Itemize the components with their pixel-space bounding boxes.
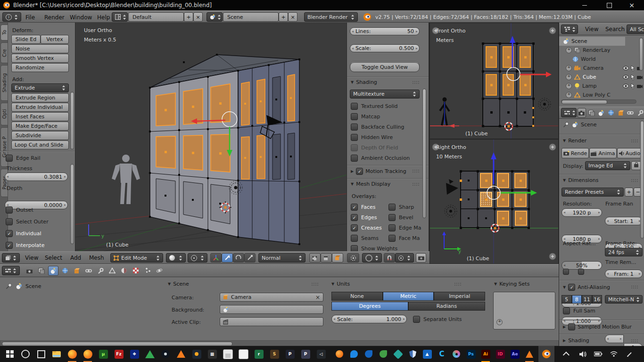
aa-samples-8[interactable]: 8 xyxy=(572,295,582,304)
lines-slider[interactable]: Lines:50 xyxy=(350,27,420,35)
lamp-selectability-cursor-icon[interactable] xyxy=(631,83,635,89)
render-still-button[interactable]: Rende xyxy=(561,148,589,158)
viewport-menu-mesh[interactable]: Mesh xyxy=(89,255,104,261)
shading-panel-header-props[interactable]: ▶Shading xyxy=(563,337,589,344)
camera-visibility-eye-icon[interactable] xyxy=(623,66,629,70)
right-ortho-viewport[interactable]: y Right Ortho 10 Meters (1) Cube xyxy=(429,139,559,264)
close-button[interactable]: × xyxy=(621,0,642,10)
resolution-x-slider[interactable]: 1920 p xyxy=(561,208,602,217)
battery-icon[interactable] xyxy=(592,348,604,360)
expand-cube[interactable] xyxy=(566,74,572,80)
app-orange-ball-icon[interactable] xyxy=(334,348,345,360)
scene-name-field[interactable]: Scene xyxy=(223,12,279,22)
menu-render[interactable]: Render xyxy=(44,14,65,21)
proportional-edit-dropdown[interactable] xyxy=(362,253,382,263)
scene-panel-header[interactable]: ▼Scene xyxy=(168,281,189,287)
menu-window[interactable]: Window xyxy=(70,14,92,21)
viewport-shading-dropdown[interactable] xyxy=(166,253,186,263)
preset-add-button[interactable]: + xyxy=(625,188,633,197)
btab-scene-active[interactable] xyxy=(48,266,58,276)
tab-modifiers[interactable] xyxy=(636,108,644,118)
start-button[interactable] xyxy=(4,348,16,360)
app-dark-icon[interactable]: ◁ xyxy=(315,348,327,360)
outset-checkbox[interactable] xyxy=(6,206,13,214)
layout-add-button[interactable]: + xyxy=(184,12,193,22)
lamp-renderability-icon[interactable] xyxy=(637,84,643,89)
bottom-hscroll-thumb[interactable] xyxy=(2,342,232,346)
outliner-filter-dropdown[interactable]: All Sc xyxy=(627,25,644,34)
faces-checkbox[interactable] xyxy=(351,204,358,211)
scene-close-button[interactable]: × xyxy=(288,12,297,22)
bevel-overlay-row[interactable]: Bevel xyxy=(388,214,413,221)
illustrator-icon[interactable]: Ai xyxy=(480,348,491,360)
pin-icon[interactable] xyxy=(563,122,569,128)
translate-manipulator-button[interactable] xyxy=(222,253,233,263)
units-imperial-button[interactable]: Imperial xyxy=(434,292,485,301)
outliner-row-scene[interactable]: Scene xyxy=(559,37,625,46)
pivot-point-dropdown[interactable] xyxy=(188,253,207,263)
vlc-icon-left[interactable] xyxy=(175,348,187,360)
camera-field-clear-icon[interactable]: × xyxy=(315,294,320,301)
sharp-checkbox[interactable] xyxy=(388,204,396,211)
operator-panel-scrollbar[interactable] xyxy=(70,164,74,244)
maximize-button[interactable] xyxy=(599,0,619,10)
mesh-display-header[interactable]: ▼Mesh Display xyxy=(351,181,390,187)
outliner-row-cube[interactable]: Cube xyxy=(566,73,643,82)
firefox-icon-2[interactable] xyxy=(82,348,94,360)
aa-samples-5[interactable]: 5 xyxy=(561,295,572,304)
time-remap-old-slider[interactable] xyxy=(605,335,624,343)
units-degrees-button[interactable]: Degrees xyxy=(331,302,408,311)
aa-samples-11[interactable]: 11 xyxy=(582,295,592,304)
aftereffects-icon[interactable]: Ae xyxy=(509,348,520,360)
steam-icon[interactable] xyxy=(159,348,172,360)
edge-rail-checkbox[interactable] xyxy=(6,155,13,162)
units-none-button[interactable]: None xyxy=(331,292,383,301)
tab-render-layers[interactable] xyxy=(587,108,596,118)
layout-close-button[interactable]: × xyxy=(193,12,203,22)
volume-icon[interactable] xyxy=(577,348,589,360)
anti-aliasing-checkbox[interactable] xyxy=(568,284,575,291)
extrude-region-button[interactable]: Extrude Region xyxy=(11,93,69,102)
defender-shield-icon[interactable] xyxy=(407,348,418,360)
btab-particles[interactable] xyxy=(142,266,153,276)
tab-render[interactable] xyxy=(578,108,586,118)
loop-cut-button[interactable]: Loop Cut and Slide xyxy=(11,140,69,149)
scene-selector-icon-button[interactable] xyxy=(206,12,223,22)
task-view-button[interactable] xyxy=(35,348,47,360)
textured-solid-checkbox[interactable] xyxy=(351,103,358,110)
bottom-pin-icon[interactable] xyxy=(6,283,12,289)
menu-file[interactable]: File xyxy=(25,14,35,21)
outliner-menu-view[interactable]: View xyxy=(585,26,598,33)
tab-options[interactable]: Opti xyxy=(0,103,8,125)
hidden-wire-row[interactable]: Hidden Wire xyxy=(351,134,393,141)
file-explorer-icon[interactable] xyxy=(50,348,63,360)
render-panel-header[interactable]: ▼Render xyxy=(563,138,586,144)
google-drive-icon[interactable] xyxy=(144,348,156,360)
face-select-button[interactable] xyxy=(332,253,343,263)
expand-renderlayers[interactable] xyxy=(566,47,572,53)
edges-checkbox[interactable] xyxy=(351,214,358,221)
sharp-overlay-row[interactable]: Sharp xyxy=(388,204,414,211)
calculator-icon[interactable]: ▦ xyxy=(206,348,218,360)
extrude-individual-button[interactable]: Extrude Individual xyxy=(11,103,69,112)
tab-tools[interactable]: To xyxy=(0,25,8,41)
cube-selectability-cursor-icon[interactable] xyxy=(631,74,635,80)
backface-culling-checkbox[interactable] xyxy=(351,123,358,131)
units-panel-header[interactable]: ▼Units xyxy=(331,281,350,287)
thickness-slider[interactable]: 0.3081 xyxy=(5,173,68,181)
edge-marks-overlay-row[interactable]: Edge Ma xyxy=(388,224,421,231)
tab-object[interactable] xyxy=(616,108,625,118)
frame-rate-dropdown[interactable]: 24 fps xyxy=(605,248,643,256)
vertex-slide-button[interactable]: Vertex xyxy=(41,35,69,44)
firefox-icon-1[interactable] xyxy=(66,348,78,360)
separate-units-checkbox[interactable] xyxy=(413,316,420,323)
right-lamp-object[interactable] xyxy=(445,205,457,217)
slide-edge-button[interactable]: Slide Ed xyxy=(11,35,41,44)
pen-icon[interactable] xyxy=(623,348,636,360)
occlude-geometry-button[interactable] xyxy=(347,253,359,263)
btab-render[interactable] xyxy=(25,266,35,276)
manipulator-axis-button[interactable] xyxy=(210,253,222,263)
outliner-row-renderlayers[interactable]: RenderLay xyxy=(566,46,641,55)
keying-set-add-icon[interactable] xyxy=(496,319,503,325)
aa-filter-dropdown[interactable]: Mitchell-N xyxy=(605,295,643,304)
